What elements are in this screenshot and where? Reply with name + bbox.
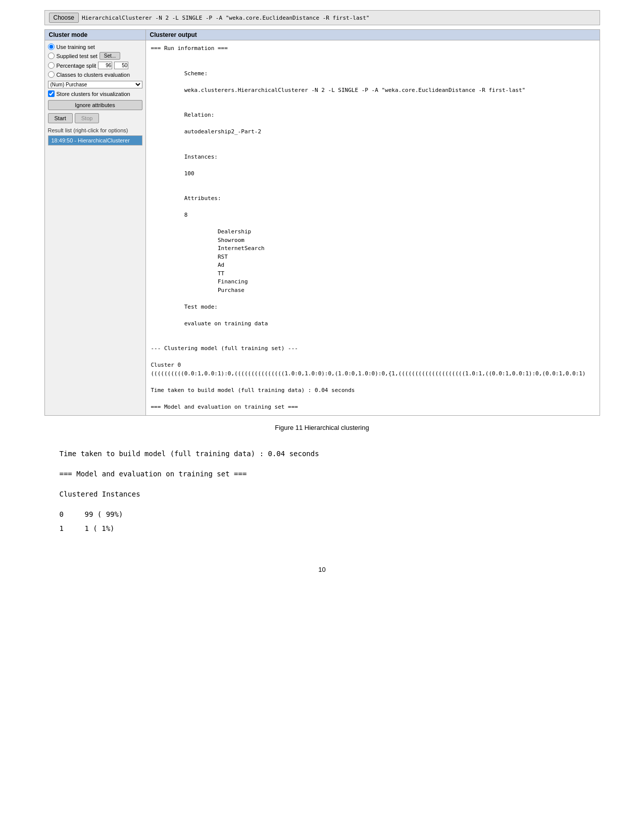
output-blank-4 [151, 378, 595, 386]
stop-button[interactable]: Stop [75, 113, 100, 123]
store-label: Store clusters for visualization [57, 91, 130, 97]
cluster-value: ((((((((((0.0:1,0.0:1):0,(((((((((((((((… [151, 370, 595, 378]
percentage-label: Percentage split [57, 63, 96, 69]
supplied-test-row: Supplied test set Set... [48, 52, 142, 60]
set-button[interactable]: Set... [100, 52, 120, 60]
pct-input-1[interactable] [98, 62, 112, 69]
result-list-item[interactable]: 18:49:50 - HierarchicalClusterer [48, 135, 142, 145]
cluster-id: 1 [60, 521, 75, 535]
main-text: Time taken to build model (full training… [44, 447, 600, 535]
attrib-item: Dealership [151, 228, 595, 236]
clustered-table: 099 ( 99%)11 ( 1%) [60, 507, 585, 535]
ignore-attributes-button[interactable]: Ignore attributes [48, 100, 142, 110]
main-time-line: Time taken to build model (full training… [60, 447, 585, 461]
attrib-list: Dealership Showroom InternetSearch RST A… [151, 228, 595, 295]
eval-header: === Model and evaluation on training set… [151, 403, 595, 412]
toolbar: Choose HierarchicalClusterer -N 2 -L SIN… [44, 10, 600, 25]
scheme-label: Scheme: [184, 70, 208, 77]
toolbar-config-text: HierarchicalClusterer -N 2 -L SINGLE -P … [82, 15, 370, 21]
store-clusters-row: Store clusters for visualization [48, 90, 142, 97]
supplied-test-label: Supplied test set [57, 53, 97, 59]
output-panel: Clusterer output === Run information ===… [146, 30, 600, 415]
cluster-id: 0 [60, 507, 75, 521]
sidebar: Cluster mode Use training set Supplied t… [45, 30, 146, 415]
action-row: Start Stop [48, 113, 142, 123]
output-blank-5 [151, 395, 595, 403]
relation-line: Relation: autodealership2_-Part-2 [151, 103, 595, 145]
classes-row: Classes to clusters evaluation (Num) Pur… [48, 71, 142, 88]
attrib-item: Ad [151, 261, 595, 270]
classes-radio[interactable] [48, 71, 55, 78]
supplied-test-radio[interactable] [48, 53, 55, 59]
attributes-value: 8 [184, 212, 188, 218]
percentage-radio[interactable] [48, 62, 55, 69]
attrib-item: RST [151, 253, 595, 262]
result-list-label: Result list (right-click for options) [48, 127, 142, 133]
scheme-line: Scheme: weka.clusterers.HierarchicalClus… [151, 61, 595, 103]
output-body: === Run information === Scheme: weka.clu… [146, 40, 600, 415]
use-training-row: Use training set [48, 43, 142, 50]
use-training-label: Use training set [57, 44, 95, 50]
pct-input-2[interactable] [114, 62, 128, 69]
use-training-radio[interactable] [48, 43, 55, 50]
instances-line: Instances: 100 [151, 144, 595, 186]
cluster-row: 099 ( 99%) [60, 507, 585, 521]
store-checkbox[interactable] [48, 90, 55, 97]
cluster-count: 99 ( 99%) [85, 507, 125, 521]
attrib-item: TT [151, 270, 595, 278]
scheme-value: weka.clusterers.HierarchicalClusterer -N… [184, 87, 526, 93]
run-info-header: === Run information === [151, 44, 595, 53]
clusterer-output-title: Clusterer output [146, 30, 600, 40]
main-eval-line: === Model and evaluation on training set… [60, 467, 585, 481]
test-mode-line: Test mode: evaluate on training data [151, 295, 595, 336]
clustering-header: --- Clustering model (full training set)… [151, 345, 595, 353]
test-mode-value: evaluate on training data [184, 320, 268, 327]
page-number: 10 [44, 566, 600, 573]
attrib-item: InternetSearch [151, 244, 595, 253]
time-line: Time taken to build model (full training… [151, 386, 595, 395]
page-wrapper: Choose HierarchicalClusterer -N 2 -L SIN… [44, 10, 600, 573]
attrib-item: Showroom [151, 236, 595, 245]
sidebar-body: Use training set Supplied test set Set..… [45, 40, 145, 149]
output-blank-3 [151, 353, 595, 362]
cluster-row: 11 ( 1%) [60, 521, 585, 535]
instances-label: Instances: [184, 154, 218, 160]
figure-caption: Figure 11 Hierarchical clustering [44, 424, 600, 431]
main-panel: Cluster mode Use training set Supplied t… [44, 29, 600, 416]
attrib-item: Purchase [151, 286, 595, 295]
attrib-item: Financing [151, 278, 595, 286]
classes-label: Classes to clusters evaluation [57, 72, 130, 78]
relation-label: Relation: [184, 112, 215, 118]
test-mode-label: Test mode: [184, 304, 218, 310]
attrib-select[interactable]: (Num) Purchase [48, 81, 142, 88]
attributes-line: Attributes: 8 [151, 186, 595, 228]
cluster-mode-title: Cluster mode [45, 30, 145, 40]
cluster-count: 1 ( 1%) [85, 521, 125, 535]
start-button[interactable]: Start [48, 113, 73, 123]
output-blank-2 [151, 336, 595, 345]
main-clustered-label: Clustered Instances [60, 487, 585, 501]
choose-button[interactable]: Choose [49, 13, 79, 23]
percentage-row: Percentage split [48, 62, 142, 69]
attributes-label: Attributes: [184, 195, 221, 202]
relation-value: autodealership2_-Part-2 [184, 128, 261, 135]
cluster-label: Cluster 0 [151, 361, 595, 370]
output-blank-1 [151, 53, 595, 62]
instances-value: 100 [184, 170, 194, 177]
